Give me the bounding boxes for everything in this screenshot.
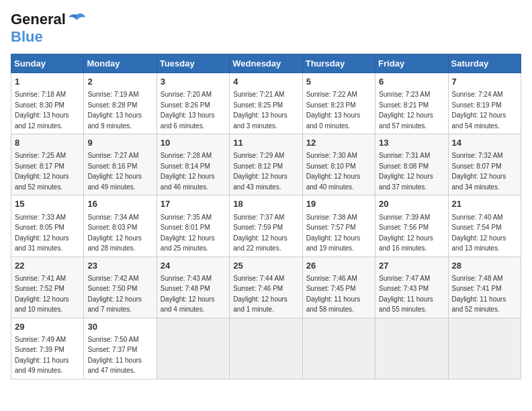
day-info: Sunrise: 7:47 AMSunset: 7:43 PMDaylight:… <box>379 275 433 314</box>
day-number: 29 <box>15 321 80 333</box>
day-number: 26 <box>306 260 371 272</box>
day-number: 23 <box>87 260 152 272</box>
calendar-day: 14Sunrise: 7:32 AMSunset: 8:07 PMDayligh… <box>448 134 521 195</box>
day-info: Sunrise: 7:41 AMSunset: 7:52 PMDaylight:… <box>15 275 69 314</box>
day-info: Sunrise: 7:32 AMSunset: 8:07 PMDaylight:… <box>452 152 506 191</box>
calendar-day: 6Sunrise: 7:23 AMSunset: 8:21 PMDaylight… <box>375 73 448 134</box>
day-number: 25 <box>233 260 298 272</box>
calendar-day: 30Sunrise: 7:50 AMSunset: 7:37 PMDayligh… <box>84 318 157 379</box>
calendar-day: 21Sunrise: 7:40 AMSunset: 7:54 PMDayligh… <box>448 195 521 257</box>
calendar-header-row: SundayMondayTuesdayWednesdayThursdayFrid… <box>11 54 521 73</box>
calendar-body: 1Sunrise: 7:18 AMSunset: 8:30 PMDaylight… <box>11 73 521 379</box>
day-info: Sunrise: 7:39 AMSunset: 7:56 PMDaylight:… <box>379 214 433 253</box>
day-number: 11 <box>233 137 298 149</box>
day-info: Sunrise: 7:27 AMSunset: 8:16 PMDaylight:… <box>87 152 142 191</box>
col-header-monday: Monday <box>84 54 157 73</box>
day-info: Sunrise: 7:42 AMSunset: 7:50 PMDaylight:… <box>87 275 142 314</box>
calendar-day: 11Sunrise: 7:29 AMSunset: 8:12 PMDayligh… <box>230 134 302 195</box>
calendar-day: 5Sunrise: 7:22 AMSunset: 8:23 PMDaylight… <box>302 73 375 134</box>
calendar-day: 12Sunrise: 7:30 AMSunset: 8:10 PMDayligh… <box>302 134 375 195</box>
calendar-week-row: 15Sunrise: 7:33 AMSunset: 8:05 PMDayligh… <box>11 195 521 257</box>
calendar-day: 29Sunrise: 7:49 AMSunset: 7:39 PMDayligh… <box>11 318 84 379</box>
day-number: 3 <box>161 76 226 88</box>
calendar-day: 3Sunrise: 7:20 AMSunset: 8:26 PMDaylight… <box>157 73 229 134</box>
day-info: Sunrise: 7:46 AMSunset: 7:45 PMDaylight:… <box>306 275 361 314</box>
day-info: Sunrise: 7:35 AMSunset: 8:01 PMDaylight:… <box>161 214 215 253</box>
calendar-day-empty <box>230 318 302 379</box>
calendar-day: 15Sunrise: 7:33 AMSunset: 8:05 PMDayligh… <box>11 195 84 257</box>
day-number: 19 <box>306 198 371 210</box>
day-info: Sunrise: 7:37 AMSunset: 7:59 PMDaylight:… <box>233 214 287 253</box>
page-header: General Blue <box>11 11 521 46</box>
day-info: Sunrise: 7:33 AMSunset: 8:05 PMDaylight:… <box>15 214 69 253</box>
calendar-day-empty <box>448 318 521 379</box>
calendar-day: 28Sunrise: 7:48 AMSunset: 7:41 PMDayligh… <box>448 257 521 318</box>
day-number: 16 <box>87 198 152 210</box>
calendar-day: 17Sunrise: 7:35 AMSunset: 8:01 PMDayligh… <box>157 195 229 257</box>
calendar-table: SundayMondayTuesdayWednesdayThursdayFrid… <box>11 54 521 379</box>
day-info: Sunrise: 7:30 AMSunset: 8:10 PMDaylight:… <box>306 152 361 191</box>
day-number: 7 <box>452 76 517 88</box>
day-info: Sunrise: 7:31 AMSunset: 8:08 PMDaylight:… <box>379 152 433 191</box>
logo-text-blue: Blue <box>11 28 43 45</box>
day-number: 30 <box>87 321 152 333</box>
calendar-day: 19Sunrise: 7:38 AMSunset: 7:57 PMDayligh… <box>302 195 375 257</box>
calendar-week-row: 8Sunrise: 7:25 AMSunset: 8:17 PMDaylight… <box>11 134 521 195</box>
day-number: 8 <box>15 137 80 149</box>
calendar-day: 22Sunrise: 7:41 AMSunset: 7:52 PMDayligh… <box>11 257 84 318</box>
day-number: 2 <box>87 76 152 88</box>
calendar-day: 25Sunrise: 7:44 AMSunset: 7:46 PMDayligh… <box>230 257 302 318</box>
day-number: 5 <box>306 76 371 88</box>
day-number: 17 <box>161 198 226 210</box>
day-number: 13 <box>379 137 444 149</box>
day-number: 15 <box>15 198 80 210</box>
day-info: Sunrise: 7:22 AMSunset: 8:23 PMDaylight:… <box>306 91 361 130</box>
calendar-day: 27Sunrise: 7:47 AMSunset: 7:43 PMDayligh… <box>375 257 448 318</box>
calendar-day: 8Sunrise: 7:25 AMSunset: 8:17 PMDaylight… <box>11 134 84 195</box>
day-info: Sunrise: 7:20 AMSunset: 8:26 PMDaylight:… <box>161 91 215 130</box>
col-header-saturday: Saturday <box>448 54 521 73</box>
day-number: 10 <box>161 137 226 149</box>
calendar-day: 26Sunrise: 7:46 AMSunset: 7:45 PMDayligh… <box>302 257 375 318</box>
day-number: 20 <box>379 198 444 210</box>
calendar-day: 24Sunrise: 7:43 AMSunset: 7:48 PMDayligh… <box>157 257 229 318</box>
day-number: 22 <box>15 260 80 272</box>
day-info: Sunrise: 7:48 AMSunset: 7:41 PMDaylight:… <box>452 275 506 314</box>
day-number: 21 <box>452 198 517 210</box>
calendar-week-row: 22Sunrise: 7:41 AMSunset: 7:52 PMDayligh… <box>11 257 521 318</box>
calendar-day: 20Sunrise: 7:39 AMSunset: 7:56 PMDayligh… <box>375 195 448 257</box>
day-number: 18 <box>233 198 298 210</box>
calendar-day-empty <box>302 318 375 379</box>
day-number: 4 <box>233 76 298 88</box>
day-number: 6 <box>379 76 444 88</box>
day-info: Sunrise: 7:24 AMSunset: 8:19 PMDaylight:… <box>452 91 506 130</box>
col-header-wednesday: Wednesday <box>230 54 302 73</box>
day-info: Sunrise: 7:23 AMSunset: 8:21 PMDaylight:… <box>379 91 433 130</box>
day-number: 24 <box>161 260 226 272</box>
day-info: Sunrise: 7:50 AMSunset: 7:37 PMDaylight:… <box>87 336 142 375</box>
day-number: 9 <box>87 137 152 149</box>
day-number: 28 <box>452 260 517 272</box>
calendar-day: 4Sunrise: 7:21 AMSunset: 8:25 PMDaylight… <box>230 73 302 134</box>
calendar-day: 1Sunrise: 7:18 AMSunset: 8:30 PMDaylight… <box>11 73 84 134</box>
col-header-friday: Friday <box>375 54 448 73</box>
day-info: Sunrise: 7:49 AMSunset: 7:39 PMDaylight:… <box>15 336 69 375</box>
day-number: 12 <box>306 137 371 149</box>
col-header-tuesday: Tuesday <box>157 54 229 73</box>
calendar-day: 18Sunrise: 7:37 AMSunset: 7:59 PMDayligh… <box>230 195 302 257</box>
day-number: 1 <box>15 76 80 88</box>
logo: General Blue <box>11 11 86 46</box>
calendar-week-row: 29Sunrise: 7:49 AMSunset: 7:39 PMDayligh… <box>11 318 521 379</box>
logo-bird-icon <box>67 12 86 27</box>
calendar-week-row: 1Sunrise: 7:18 AMSunset: 8:30 PMDaylight… <box>11 73 521 134</box>
calendar-day: 9Sunrise: 7:27 AMSunset: 8:16 PMDaylight… <box>84 134 157 195</box>
day-number: 14 <box>452 137 517 149</box>
day-info: Sunrise: 7:43 AMSunset: 7:48 PMDaylight:… <box>161 275 215 314</box>
day-number: 27 <box>379 260 444 272</box>
col-header-sunday: Sunday <box>11 54 84 73</box>
calendar-day: 13Sunrise: 7:31 AMSunset: 8:08 PMDayligh… <box>375 134 448 195</box>
calendar-day-empty <box>375 318 448 379</box>
day-info: Sunrise: 7:29 AMSunset: 8:12 PMDaylight:… <box>233 152 287 191</box>
day-info: Sunrise: 7:40 AMSunset: 7:54 PMDaylight:… <box>452 214 506 253</box>
col-header-thursday: Thursday <box>302 54 375 73</box>
